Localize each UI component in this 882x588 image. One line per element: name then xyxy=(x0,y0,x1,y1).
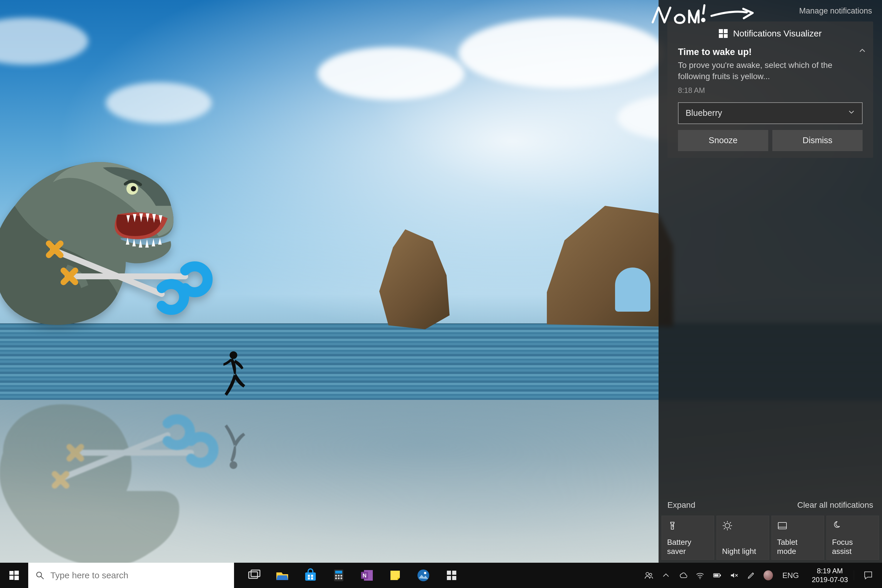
grid4-icon xyxy=(719,29,728,38)
svg-rect-31 xyxy=(778,522,786,529)
taskbar-app-sticky-notes[interactable] xyxy=(381,563,409,588)
notification-title: Time to wake up! xyxy=(678,47,862,57)
svg-rect-51 xyxy=(335,578,337,579)
quick-action-battery-saver[interactable]: Battery saver xyxy=(662,516,714,560)
svg-point-22 xyxy=(725,524,730,528)
svg-rect-44 xyxy=(308,578,310,579)
fruit-picker[interactable]: Blueberry xyxy=(678,102,862,124)
rock xyxy=(379,230,456,329)
svg-rect-60 xyxy=(452,571,456,575)
svg-rect-35 xyxy=(9,576,14,580)
search-box[interactable] xyxy=(28,563,234,588)
taskbar-app-onenote[interactable]: N xyxy=(353,563,381,588)
taskbar-clock[interactable]: 8:19 AM 2019-07-03 xyxy=(806,567,854,584)
user-avatar[interactable] xyxy=(764,571,773,580)
svg-point-64 xyxy=(650,573,652,576)
svg-rect-33 xyxy=(9,571,14,575)
notification-app-name: Notifications Visualizer xyxy=(733,28,821,39)
svg-marker-11 xyxy=(145,239,149,248)
expand-quick-actions[interactable]: Expand xyxy=(668,500,695,510)
quick-action-focus-assist[interactable]: Focus assist xyxy=(826,516,879,560)
quick-action-label: Battery saver xyxy=(667,538,708,556)
clock-time: 8:19 AM xyxy=(812,567,848,575)
svg-rect-49 xyxy=(338,575,340,576)
taskbar-app-photos[interactable] xyxy=(409,563,438,588)
svg-rect-36 xyxy=(14,576,19,580)
picker-value: Blueberry xyxy=(686,108,722,118)
dismiss-button[interactable]: Dismiss xyxy=(772,130,862,151)
svg-rect-40 xyxy=(251,570,260,576)
svg-line-28 xyxy=(730,528,731,529)
svg-marker-8 xyxy=(126,237,129,244)
svg-text:N: N xyxy=(363,573,367,579)
taskbar-app-notifications-visualizer[interactable] xyxy=(438,563,466,588)
svg-point-1 xyxy=(230,461,237,469)
taskbar-app-store[interactable] xyxy=(296,563,325,588)
cloud xyxy=(0,18,88,64)
svg-rect-43 xyxy=(311,575,313,577)
svg-rect-47 xyxy=(335,571,342,574)
svg-point-21 xyxy=(702,19,704,21)
clock-date: 2019-07-03 xyxy=(812,575,848,584)
tray-chevron-up-icon[interactable] xyxy=(661,571,670,580)
chevron-down-icon xyxy=(848,108,855,118)
taskbar-app-explorer[interactable] xyxy=(268,563,296,588)
svg-rect-59 xyxy=(447,571,451,575)
language-indicator[interactable]: ENG xyxy=(781,571,801,580)
action-center-panel: Manage notifications Notifications Visua… xyxy=(658,0,882,563)
people-icon[interactable] xyxy=(644,571,654,580)
quick-action-label: Focus assist xyxy=(832,538,873,556)
svg-rect-45 xyxy=(311,578,313,579)
onedrive-icon[interactable] xyxy=(678,571,688,580)
battery-saver-icon xyxy=(667,520,708,531)
taskbar: N ENG xyxy=(0,563,882,588)
quick-action-tablet-mode[interactable]: Tablet mode xyxy=(771,516,824,560)
svg-marker-9 xyxy=(132,239,136,246)
action-center-button[interactable] xyxy=(854,570,882,580)
svg-rect-50 xyxy=(340,575,342,576)
svg-rect-68 xyxy=(714,574,718,576)
quick-action-label: Tablet mode xyxy=(777,538,819,556)
svg-point-15 xyxy=(131,186,136,191)
quick-actions-row: Battery saver Night light Tablet mode Fo… xyxy=(658,516,882,563)
start-button[interactable] xyxy=(0,563,28,588)
night-light-icon xyxy=(722,520,764,531)
ink-workspace-icon[interactable] xyxy=(747,571,756,580)
taskbar-pinned-apps: N xyxy=(234,563,466,588)
focus-assist-icon xyxy=(832,520,873,531)
notification-body: To prove you're awake, select which of t… xyxy=(678,60,862,82)
rock-arch xyxy=(547,206,673,329)
notification-card: Notifications Visualizer Time to wake up… xyxy=(668,21,873,158)
system-tray: ENG xyxy=(639,571,806,580)
collapse-chevron-icon[interactable] xyxy=(858,47,866,57)
notification-app-header[interactable]: Notifications Visualizer xyxy=(668,24,873,44)
svg-marker-12 xyxy=(152,239,155,246)
volume-muted-icon[interactable] xyxy=(729,571,739,580)
battery-icon[interactable] xyxy=(712,571,722,580)
svg-rect-34 xyxy=(14,571,19,575)
wifi-icon[interactable] xyxy=(695,571,705,580)
svg-line-27 xyxy=(724,522,725,524)
tablet-mode-icon xyxy=(777,520,819,531)
cloud xyxy=(318,47,465,100)
cloud xyxy=(459,18,664,88)
quick-action-night-light[interactable]: Night light xyxy=(717,516,769,560)
svg-rect-62 xyxy=(452,576,456,580)
svg-point-0 xyxy=(230,351,237,359)
manage-notifications-link[interactable]: Manage notifications xyxy=(799,6,872,16)
clear-all-notifications[interactable]: Clear all notifications xyxy=(797,500,873,510)
svg-point-63 xyxy=(646,572,649,575)
search-icon xyxy=(35,570,44,580)
notification-time: 8:18 AM xyxy=(678,86,862,94)
svg-marker-10 xyxy=(139,239,142,248)
svg-rect-42 xyxy=(308,575,310,577)
svg-rect-41 xyxy=(305,572,316,580)
svg-point-65 xyxy=(699,578,700,579)
svg-line-38 xyxy=(41,576,43,579)
taskbar-app-calculator[interactable] xyxy=(325,563,353,588)
search-input[interactable] xyxy=(50,570,227,580)
taskbar-app-taskview[interactable] xyxy=(240,563,268,588)
svg-rect-48 xyxy=(335,575,337,576)
svg-point-58 xyxy=(424,572,426,574)
snooze-button[interactable]: Snooze xyxy=(678,130,768,151)
